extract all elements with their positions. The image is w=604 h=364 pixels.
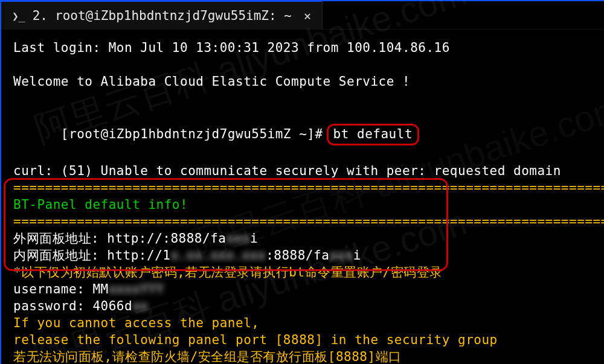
tab-title: root@iZbp1hbdntnzjd7gwu55imZ: ~ xyxy=(55,8,292,23)
firewall-note-zh: 若无法访问面板,请检查防火墙/安全组是否有放行面板[8888]端口 xyxy=(13,348,596,364)
release-port: release the following panel port [8888] … xyxy=(13,331,596,348)
tab-bar: ❯_ 2. root@iZbp1hbdntnzjd7gwu55imZ: ~ ✕ xyxy=(1,1,604,30)
active-tab[interactable]: ❯_ 2. root@iZbp1hbdntnzjd7gwu55imZ: ~ ✕ xyxy=(1,1,323,30)
last-login-line: Last login: Mon Jul 10 13:00:31 2023 fro… xyxy=(13,39,596,56)
bt-default-command-box: bt default xyxy=(327,124,419,145)
terminal-window: ❯_ 2. root@iZbp1hbdntnzjd7gwu55imZ: ~ ✕ … xyxy=(0,0,604,364)
prompt-line-1: [root@iZbp1hbdntnzjd7gwu55imZ ~]#bt defa… xyxy=(13,107,596,162)
close-icon[interactable]: ✕ xyxy=(304,8,311,23)
cannot-access: If you cannot access the panel, xyxy=(13,315,596,331)
curl-error: curl: (51) Unable to communicate securel… xyxy=(13,162,596,179)
prompt-icon: ❯_ xyxy=(12,10,25,22)
initial-account-note: *以下仅为初始默认账户密码,若无法登录请执行bt命令重置账户/密码登录 xyxy=(13,264,596,281)
panel-info-heading: BT-Panel default info! xyxy=(13,196,596,213)
welcome-line: Welcome to Alibaba Cloud Elastic Compute… xyxy=(13,73,596,90)
shell-prompt: [root@iZbp1hbdntnzjd7gwu55imZ ~]# xyxy=(61,127,323,141)
bt-default-command: bt default xyxy=(333,127,413,141)
terminal-body[interactable]: Last login: Mon Jul 10 13:00:31 2023 fro… xyxy=(1,30,604,364)
username-line: username: MMxxxxYYY xyxy=(13,281,596,298)
password-line: password: 4066dxx xyxy=(13,298,596,315)
external-panel-url: 外网面板地址: http://:8888/faxxxi xyxy=(13,230,596,247)
internal-panel-url: 内网面板地址: http://1x.xx.xxx.xxx:8888/faxxxi xyxy=(13,247,596,264)
divider-mid: ========================================… xyxy=(13,213,596,230)
divider-top: ========================================… xyxy=(13,179,596,196)
tab-number: 2. xyxy=(33,8,48,23)
